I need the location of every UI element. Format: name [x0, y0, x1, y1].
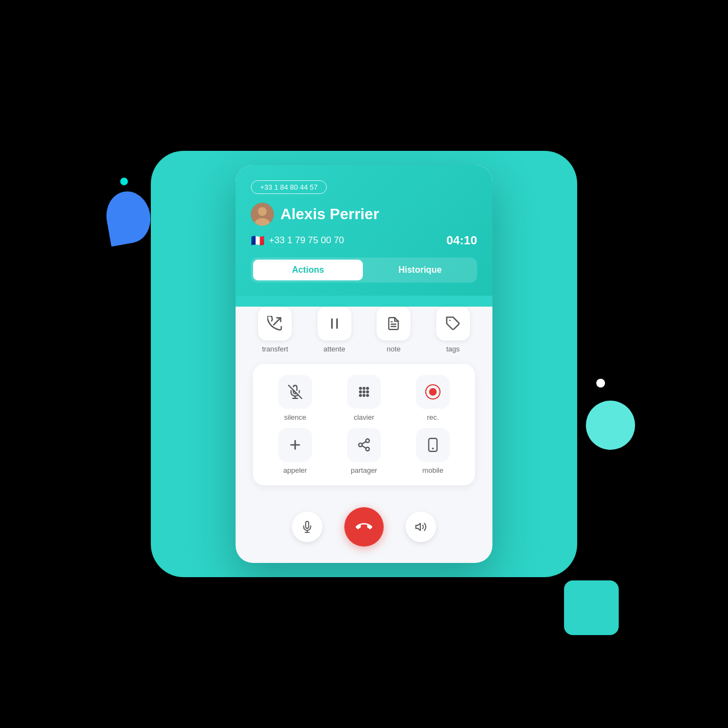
svg-rect-28	[428, 438, 437, 451]
call-timer: 04:10	[447, 233, 477, 248]
background-teal-dot	[120, 178, 128, 185]
phone-card: +33 1 84 80 44 57 Alexis Perrier 🇫🇷 +33 …	[236, 165, 492, 563]
svg-point-19	[363, 395, 365, 396]
attente-icon-box	[318, 307, 351, 340]
svg-line-27	[362, 442, 366, 444]
rec-dot	[429, 388, 437, 396]
secondary-wrapper: silence clavi	[236, 364, 492, 494]
caller-number: +33 1 79 75 00 70	[269, 235, 344, 246]
actions-grid: transfert attente	[249, 307, 479, 353]
partager-label: partager	[351, 466, 377, 474]
speaker-button[interactable]	[406, 512, 436, 542]
actions-section: transfert attente	[236, 296, 492, 364]
secondary-section: silence clavi	[253, 364, 475, 485]
note-button[interactable]: note	[367, 307, 420, 353]
note-icon-box	[377, 307, 410, 340]
appeler-button[interactable]: appeler	[264, 428, 326, 474]
note-label: note	[387, 345, 401, 353]
background-teal-square	[564, 580, 619, 635]
mobile-label: mobile	[422, 466, 443, 474]
flag-icon: 🇫🇷	[251, 234, 265, 247]
bottom-controls	[236, 494, 492, 563]
svg-marker-32	[416, 524, 420, 531]
silence-icon-box	[278, 375, 312, 409]
caller-name: Alexis Perrier	[280, 206, 379, 223]
phone-number-badge: +33 1 84 80 44 57	[251, 180, 327, 194]
tags-button[interactable]: tags	[427, 307, 480, 353]
tab-historique[interactable]: Historique	[365, 260, 475, 280]
svg-point-14	[367, 388, 368, 389]
avatar	[251, 203, 274, 226]
mic-button[interactable]	[292, 512, 322, 542]
caller-phone: 🇫🇷 +33 1 79 75 00 70	[251, 234, 344, 247]
rec-ring	[425, 384, 441, 400]
svg-line-26	[362, 446, 366, 448]
transfert-label: transfert	[262, 345, 288, 353]
svg-point-17	[367, 391, 368, 392]
svg-line-3	[274, 318, 281, 325]
partager-button[interactable]: partager	[333, 428, 395, 474]
rec-icon-box	[416, 375, 450, 409]
transfert-icon-box	[258, 307, 292, 340]
tab-actions[interactable]: Actions	[253, 260, 363, 280]
caller-row: Alexis Perrier	[251, 203, 477, 226]
svg-point-20	[367, 395, 368, 396]
appeler-label: appeler	[283, 466, 307, 474]
tags-label: tags	[446, 345, 460, 353]
svg-point-13	[363, 388, 365, 389]
rec-button[interactable]: rec.	[402, 375, 464, 421]
mobile-icon-box	[416, 428, 450, 462]
mic-icon	[301, 521, 313, 533]
clavier-button[interactable]: clavier	[333, 375, 395, 421]
svg-point-15	[360, 391, 361, 392]
call-info-row: 🇫🇷 +33 1 79 75 00 70 04:10	[251, 233, 477, 248]
silence-label: silence	[284, 413, 306, 421]
attente-label: attente	[324, 345, 345, 353]
appeler-icon-box	[278, 428, 312, 462]
svg-point-1	[258, 207, 267, 216]
background-dot-white	[596, 379, 605, 388]
silence-button[interactable]: silence	[264, 375, 326, 421]
mobile-button[interactable]: mobile	[402, 428, 464, 474]
clavier-icon-box	[347, 375, 381, 409]
hangup-button[interactable]	[344, 507, 384, 547]
rec-label: rec.	[427, 413, 439, 421]
tags-icon-box	[436, 307, 470, 340]
tabs-row: Actions Historique	[251, 257, 477, 283]
svg-point-16	[363, 391, 365, 392]
speaker-icon	[414, 521, 427, 533]
svg-point-12	[360, 388, 361, 389]
partager-icon-box	[347, 428, 381, 462]
card-header: +33 1 84 80 44 57 Alexis Perrier 🇫🇷 +33 …	[236, 165, 492, 296]
background-circle-teal	[586, 401, 635, 450]
svg-point-18	[360, 395, 361, 396]
hangup-icon	[356, 519, 372, 535]
clavier-label: clavier	[354, 413, 374, 421]
attente-button[interactable]: attente	[308, 307, 361, 353]
background-blue-shape	[102, 188, 154, 246]
transfert-button[interactable]: transfert	[249, 307, 302, 353]
